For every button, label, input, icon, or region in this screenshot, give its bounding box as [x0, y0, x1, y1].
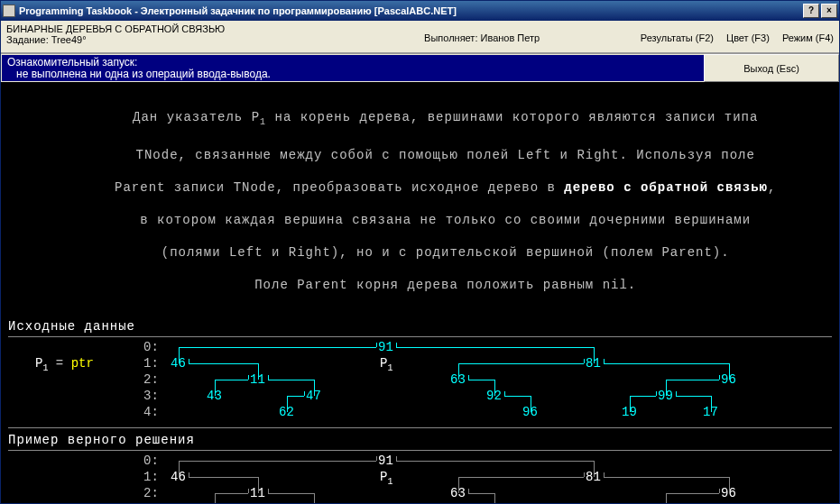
- content-area: Дан указатель P1 на корень дерева, верши…: [1, 82, 839, 503]
- p1-assignment: P1 = ptr: [35, 355, 94, 377]
- p1-marker: P1: [380, 469, 392, 490]
- tree-node: 91: [378, 453, 393, 469]
- p1-marker: P1: [380, 355, 392, 377]
- app-icon: [3, 5, 15, 17]
- status-line-2: не выполнена ни одна из операций ввода-в…: [7, 69, 698, 80]
- app-window: Programming Taskbook - Электронный задач…: [0, 0, 840, 504]
- status-row: Ознакомительный запуск: не выполнена ни …: [1, 53, 839, 82]
- performer-label: Выполняет: Иванов Петр: [323, 32, 640, 43]
- row-label: 3:: [143, 501, 159, 503]
- mode-menu[interactable]: Режим (F4): [782, 32, 834, 43]
- row-label: 4:: [143, 404, 159, 420]
- divider: [8, 336, 832, 337]
- row-label: 1:: [143, 355, 159, 371]
- menubar-right: Результаты (F2) Цвет (F3) Режим (F4): [641, 32, 834, 43]
- color-menu[interactable]: Цвет (F3): [726, 32, 770, 43]
- input-section-title: Исходные данные: [8, 318, 832, 334]
- tree-node: 91: [378, 339, 393, 355]
- titlebar: Programming Taskbook - Электронный задач…: [1, 1, 839, 21]
- row-label: 0:: [143, 453, 159, 469]
- task-label: Задание: Tree49°: [6, 34, 323, 45]
- divider: [8, 427, 832, 428]
- input-tree: 0:1:2:3:4:P1 = ptr9146811163964347929962…: [8, 339, 832, 426]
- divider: [8, 450, 832, 451]
- example-tree: 0:1:2:3:4:9146811163964347929962961917P1: [8, 453, 832, 503]
- window-title: Programming Taskbook - Электронный задач…: [19, 5, 801, 16]
- row-label: 2:: [143, 485, 159, 501]
- row-label: 2:: [143, 371, 159, 388]
- example-section-title: Пример верного решения: [8, 432, 832, 448]
- exit-button[interactable]: Выход (Esc): [704, 54, 839, 82]
- row-label: 1:: [143, 469, 159, 485]
- category-label: БИНАРНЫЕ ДЕРЕВЬЯ С ОБРАТНОЙ СВЯЗЬЮ: [6, 23, 323, 34]
- row-label: 3:: [143, 388, 159, 404]
- close-button[interactable]: ×: [821, 4, 837, 18]
- status-message: Ознакомительный запуск: не выполнена ни …: [1, 54, 704, 82]
- menubar: БИНАРНЫЕ ДЕРЕВЬЯ С ОБРАТНОЙ СВЯЗЬЮ Задан…: [1, 21, 839, 53]
- menubar-left: БИНАРНЫЕ ДЕРЕВЬЯ С ОБРАТНОЙ СВЯЗЬЮ Задан…: [6, 23, 323, 45]
- problem-text: Дан указатель P1 на корень дерева, верши…: [8, 93, 832, 309]
- results-menu[interactable]: Результаты (F2): [641, 32, 714, 43]
- help-button[interactable]: ?: [803, 4, 819, 18]
- row-label: 0:: [143, 339, 159, 355]
